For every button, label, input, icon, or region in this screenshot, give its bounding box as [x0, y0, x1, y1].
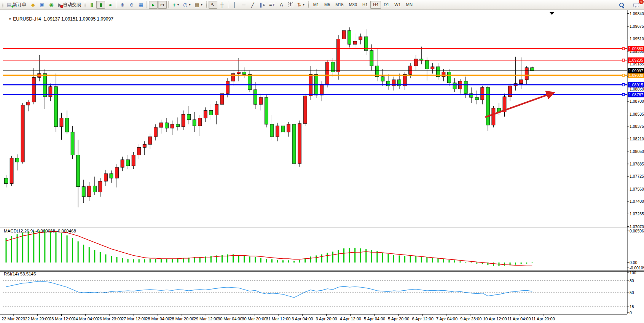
trendline-tool-button[interactable]: ╱ [249, 1, 257, 9]
line-anchor[interactable] [622, 59, 625, 61]
templates-icon: ▩ [194, 2, 199, 7]
text-label-tool-button[interactable]: T [286, 1, 295, 9]
svg-text:1.09675: 1.09675 [630, 24, 644, 29]
profiles-button[interactable]: ◆ [29, 1, 37, 9]
timeframe-button-H1[interactable]: H1 [360, 1, 370, 9]
charts-window-button[interactable]: ▣ [38, 1, 46, 9]
time-label: 26 Mar 23:00 [97, 317, 122, 321]
svg-text:80: 80 [630, 278, 634, 283]
timeframe-button-M30[interactable]: M30 [346, 1, 360, 9]
time-label: 30 Mar 04:00 [218, 317, 242, 321]
fibonacci-tool-button[interactable]: ≡ F [267, 1, 277, 9]
ohlc-open: 1.09137 [43, 16, 60, 22]
bar-chart-mode-button[interactable]: ||| [87, 1, 96, 9]
svg-text:50: 50 [630, 290, 634, 295]
autotrading-label: 自动交易 [63, 2, 81, 8]
svg-text:1.08375: 1.08375 [630, 124, 644, 129]
time-label: 3 Apr 20:00 [316, 317, 337, 321]
time-label: 28 Mar 04:00 [145, 317, 170, 321]
timeframe-button-W1[interactable]: W1 [392, 1, 403, 9]
notification-badge: 1 [639, 0, 644, 4]
zoom-in-button[interactable]: ⊕ [118, 1, 127, 9]
svg-text:1.08050: 1.08050 [630, 149, 644, 154]
arrows-tool-button[interactable]: ⇅ ▾ [295, 1, 306, 9]
horizontal-line-tool-button[interactable]: ─ [239, 1, 248, 9]
periods-button[interactable]: ◷ ▾ [181, 1, 192, 9]
cursor-tool-button[interactable]: ↖ [209, 1, 217, 9]
timeframe-button-D1[interactable]: D1 [381, 1, 392, 9]
zoom-out-icon: ⊖ [129, 2, 134, 7]
line-chart-mode-button[interactable]: ≈ [105, 1, 114, 9]
vertical-line-tool-button[interactable]: │ [230, 1, 239, 9]
horizontal-line-icon: ─ [242, 2, 245, 7]
time-label: 22 Mar 20:00 [25, 317, 50, 321]
trendline-icon: ╱ [251, 2, 254, 7]
svg-text:1.07560: 1.07560 [630, 187, 644, 191]
autotrading-button[interactable]: ▶ 自动交易 [56, 1, 83, 9]
dropdown-caret-icon: ▾ [189, 3, 190, 6]
toolbar-drag-handle[interactable] [84, 1, 86, 8]
tile-windows-button[interactable]: ▦ [136, 1, 145, 9]
timeframe-button-MN[interactable]: MN [403, 1, 415, 9]
alerts-button[interactable]: ◉ [47, 1, 56, 9]
line-chart-icon: ≈ [109, 2, 111, 7]
templates-button[interactable]: ▩ ▾ [193, 1, 204, 9]
crosshair-icon: ┼ [220, 2, 224, 7]
notifications-button[interactable]: 1 [631, 1, 641, 9]
toolbar: ▤ 新订单 ◆ ▣ ◉ ▶ 自动交易 ||| ▮ ≈ ⊕ ⊖ [0, 0, 644, 10]
svg-text:0.005965: 0.005965 [630, 229, 644, 233]
channel-tool-button[interactable]: ∥ E [258, 1, 267, 9]
label-tool-icon: T [288, 2, 293, 7]
dropdown-caret-icon: ▾ [303, 3, 304, 6]
time-label: 4 Apr 12:00 [340, 317, 361, 321]
time-label: 3 Apr 04:00 [292, 317, 313, 321]
clock-icon: ◷ [183, 2, 187, 7]
text-tool-button[interactable]: A [277, 1, 286, 9]
candlestick-icon: ▮ [100, 2, 102, 7]
auto-scroll-button[interactable]: ▸ [149, 1, 158, 9]
alerts-icon: ◉ [49, 2, 53, 7]
line-anchor[interactable] [622, 84, 625, 86]
chart-dropdown-icon[interactable]: ▼ [8, 18, 11, 21]
new-order-button[interactable]: ▤ 新订单 [5, 1, 28, 9]
indicators-button[interactable]: + ▾ [171, 1, 181, 9]
time-label: 11 Apr 04:00 [507, 317, 531, 321]
timeframe-button-M1[interactable]: M1 [311, 1, 322, 9]
time-label: 29 Mar 12:00 [194, 317, 218, 321]
chart-shift-button[interactable]: ↦ [158, 1, 167, 9]
svg-text:1.07400: 1.07400 [630, 199, 644, 204]
time-label: 7 Apr 04:00 [436, 317, 457, 321]
new-order-icon: ▤ [7, 2, 11, 7]
search-icon [619, 3, 624, 8]
timeframe-button-M15[interactable]: M15 [333, 1, 346, 9]
crosshair-tool-button[interactable]: ┼ [218, 1, 226, 9]
candlestick-mode-button[interactable]: ▮ [96, 1, 105, 9]
svg-text:1.08700: 1.08700 [630, 99, 644, 103]
time-label: 11 Apr 20:00 [531, 317, 555, 321]
time-label: 27 Mar 12:00 [121, 317, 146, 321]
toolbar-drag-handle[interactable] [2, 1, 4, 8]
price-chart-canvas[interactable]: 1.098401.096751.095101.093501.091851.090… [0, 0, 644, 323]
svg-text:1.09840: 1.09840 [630, 11, 644, 16]
time-label: 10 Apr 12:00 [483, 317, 507, 321]
line-anchor[interactable] [622, 74, 625, 76]
time-label: 23 Mar 12:00 [49, 317, 74, 321]
svg-text:1.08535: 1.08535 [630, 112, 644, 116]
zoom-out-button[interactable]: ⊖ [127, 1, 136, 9]
time-label: 31 Mar 12:00 [266, 317, 291, 321]
chart-symbol-period: EURUSD-,H4 [13, 16, 41, 22]
toolbar-drag-handle[interactable] [206, 1, 207, 8]
time-label: 28 Mar 20:00 [169, 317, 194, 321]
search-button[interactable] [617, 1, 626, 9]
rsi-indicator-label: RSI(14) 53.5145 [4, 272, 36, 276]
macd-indicator-label: MACD(12,26,9) -0.000038 -0.000468 [4, 229, 76, 233]
line-anchor[interactable] [622, 48, 625, 50]
timeframe-button-M5[interactable]: M5 [322, 1, 333, 9]
charts-window-icon: ▣ [40, 2, 45, 7]
svg-text:0: 0 [630, 310, 632, 315]
svg-text:1.08787: 1.08787 [629, 92, 643, 97]
toolbar-drag-handle[interactable] [308, 1, 309, 8]
line-anchor[interactable] [622, 94, 625, 96]
profiles-icon: ◆ [31, 2, 35, 7]
timeframe-button-H4[interactable]: H4 [370, 1, 381, 9]
